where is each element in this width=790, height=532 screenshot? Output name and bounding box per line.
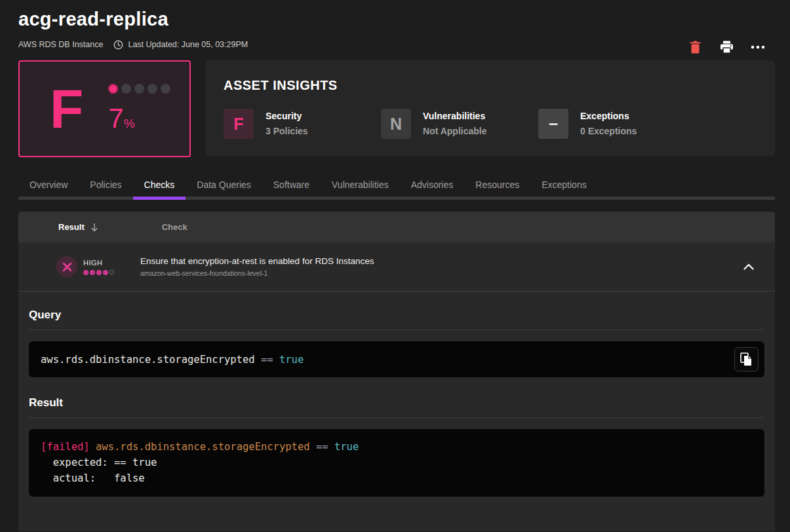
tab-policies[interactable]: Policies xyxy=(79,174,132,197)
tabs-track xyxy=(18,197,775,200)
query-heading: Query xyxy=(29,292,764,322)
security-grade-card: F 7% xyxy=(18,60,191,157)
check-detail: Query aws.rds.dbinstance.storageEncrypte… xyxy=(18,292,775,497)
asset-insights-title: ASSET INSIGHTS xyxy=(224,78,775,93)
insight-security: FSecurity3 Policies xyxy=(224,109,381,139)
gdot-empty xyxy=(134,84,144,94)
result-expected-line: expected: == true xyxy=(41,457,157,468)
query-code-block: aws.rds.dbinstance.storageEncrypted == t… xyxy=(29,341,764,377)
sdot-filled xyxy=(103,270,108,275)
insight-value-security: 3 Policies xyxy=(266,124,308,139)
check-title: Ensure that encryption-at-rest is enable… xyxy=(140,256,374,266)
result-status: [failed] xyxy=(41,441,96,453)
clock-icon xyxy=(113,40,123,50)
header-actions xyxy=(686,38,767,56)
grade-badge-vulnerabilities: N xyxy=(381,109,411,139)
chevron-up-icon xyxy=(743,263,754,270)
grade-score-unit: % xyxy=(124,117,135,130)
check-policy: amazon-web-services-foundations-level-1 xyxy=(140,269,374,277)
result-value: true xyxy=(334,441,359,453)
severity-cell: HIGH xyxy=(83,259,140,275)
result-expression: aws.rds.dbinstance.storageEncrypted xyxy=(96,441,316,453)
gdot-empty xyxy=(148,84,157,94)
page-title: acg-read-replica xyxy=(18,9,775,30)
sort-descending-icon xyxy=(90,223,99,232)
asset-insights-items: FSecurity3 PoliciesNVulnerabilitiesNot A… xyxy=(224,109,775,139)
query-operator: == xyxy=(261,354,279,366)
result-operator: == xyxy=(316,441,334,453)
gdot-empty xyxy=(161,84,170,94)
query-value: true xyxy=(279,354,304,366)
tabs: OverviewPoliciesChecksData QueriesSoftwa… xyxy=(18,174,775,197)
sdot-empty xyxy=(109,270,114,275)
grade-letter: F xyxy=(50,81,83,136)
sdot-filled xyxy=(83,270,89,275)
insight-value-exceptions: 0 Exceptions xyxy=(580,124,637,139)
asset-type-label: AWS RDS DB Instance xyxy=(18,40,103,49)
severity-dots xyxy=(83,270,140,275)
delete-button[interactable] xyxy=(686,38,704,56)
result-code-block: [failed] aws.rds.dbinstance.storageEncry… xyxy=(29,429,764,497)
tab-exceptions[interactable]: Exceptions xyxy=(530,174,597,197)
copy-icon xyxy=(740,352,753,366)
tab-vulnerabilities[interactable]: Vulnerabilities xyxy=(321,174,400,197)
trash-icon xyxy=(689,41,701,54)
ellipsis-icon xyxy=(751,45,765,49)
grade-badge-security: F xyxy=(224,109,254,139)
tab-data-queries[interactable]: Data Queries xyxy=(186,174,262,197)
check-row[interactable]: HIGH Ensure that encryption-at-rest is e… xyxy=(18,242,775,292)
severity-label: HIGH xyxy=(83,259,140,267)
copy-query-button[interactable] xyxy=(734,347,759,371)
print-button[interactable] xyxy=(717,38,736,56)
tab-software[interactable]: Software xyxy=(262,174,321,197)
insight-vulnerabilities: NVulnerabilitiesNot Applicable xyxy=(381,109,538,139)
status-failed-icon xyxy=(56,256,77,277)
insight-value-vulnerabilities: Not Applicable xyxy=(423,124,487,139)
collapse-row-button[interactable] xyxy=(739,257,759,276)
grade-score-number: 7 xyxy=(108,103,123,134)
tab-advisories[interactable]: Advisories xyxy=(400,174,465,197)
tab-resources[interactable]: Resources xyxy=(464,174,530,197)
last-updated-label: Last Updated: June 05, 03:29PM xyxy=(128,40,248,49)
check-cell: Ensure that encryption-at-rest is enable… xyxy=(140,256,374,277)
column-header-check[interactable]: Check xyxy=(162,222,188,232)
result-divider xyxy=(29,417,764,418)
gdot-filled xyxy=(108,84,118,94)
grade-score: 7% xyxy=(108,103,170,134)
insight-label-vulnerabilities: Vulnerabilities xyxy=(423,109,487,124)
asset-insights-panel: ASSET INSIGHTS FSecurity3 PoliciesNVulne… xyxy=(205,60,775,156)
query-expression: aws.rds.dbinstance.storageEncrypted xyxy=(41,354,261,366)
checks-panel: Result Check HIGH Ensure that encryption… xyxy=(18,212,775,531)
insight-label-security: Security xyxy=(266,109,308,124)
gdot-empty xyxy=(121,84,131,94)
tab-overview[interactable]: Overview xyxy=(18,174,79,197)
result-heading: Result xyxy=(29,377,764,409)
result-column-label: Result xyxy=(58,222,85,232)
query-divider xyxy=(29,330,764,330)
column-header-result[interactable]: Result xyxy=(58,222,99,232)
result-actual-line: actual: false xyxy=(41,472,145,484)
printer-icon xyxy=(720,41,734,54)
sdot-filled xyxy=(90,270,95,275)
header: acg-read-replica AWS RDS DB Instance Las… xyxy=(0,0,790,50)
checks-table-header: Result Check xyxy=(18,212,775,242)
more-button[interactable] xyxy=(749,38,767,56)
grade-dots xyxy=(108,84,170,94)
grade-badge-exceptions: − xyxy=(538,109,568,139)
insight-exceptions: −Exceptions0 Exceptions xyxy=(538,109,696,139)
insight-label-exceptions: Exceptions xyxy=(580,109,637,124)
sdot-filled xyxy=(96,270,102,275)
tab-checks[interactable]: Checks xyxy=(133,174,186,197)
